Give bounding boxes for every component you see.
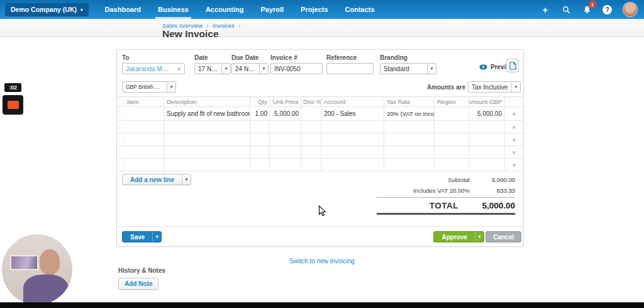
org-switcher[interactable]: Demo Company (UK) ▾	[5, 3, 89, 16]
nav-item-payroll[interactable]: Payroll	[260, 0, 284, 19]
nav-item-business[interactable]: Business	[158, 0, 189, 19]
header-account: Account	[321, 97, 384, 106]
cell-disc[interactable]	[301, 134, 321, 145]
cell-account[interactable]	[321, 159, 384, 171]
cell-qty[interactable]	[250, 134, 270, 145]
remove-row-icon[interactable]: ×	[505, 146, 523, 158]
cell-amount[interactable]	[469, 134, 505, 145]
amounts-are-select[interactable]: Tax Inclusive ▾	[468, 81, 521, 93]
cell-description[interactable]: Supply and fit of new bathroom	[164, 107, 250, 120]
drag-handle-icon[interactable]: ⋮⋮	[117, 121, 125, 133]
nav-item-contacts[interactable]: Contacts	[345, 0, 375, 19]
cell-amount[interactable]	[469, 146, 505, 158]
cell-account[interactable]	[321, 121, 384, 133]
cell-unit-price[interactable]: 5,000.00	[270, 107, 301, 120]
save-dropdown-icon[interactable]: ▾	[152, 232, 161, 242]
cell-tax-rate[interactable]	[384, 146, 435, 158]
nav-item-accounting[interactable]: Accounting	[206, 0, 244, 19]
remove-row-icon[interactable]: ×	[505, 107, 523, 120]
cell-region[interactable]	[435, 134, 469, 145]
approve-dropdown-icon[interactable]: ▾	[475, 232, 484, 242]
cell-qty[interactable]	[250, 146, 270, 158]
cell-region[interactable]	[435, 146, 469, 158]
date-dropdown-icon[interactable]: ▾	[221, 64, 230, 74]
currency-select[interactable]: GBP British Pound ▾	[122, 81, 176, 93]
amounts-are-dropdown-icon[interactable]: ▾	[511, 82, 520, 92]
cell-item[interactable]	[125, 134, 164, 145]
add-new-line-button[interactable]: Add a new line ▾	[122, 174, 191, 185]
cell-amount[interactable]	[469, 159, 505, 171]
due-date-input[interactable]: 24 Nov 2021 ▾	[231, 63, 269, 74]
drag-handle-icon[interactable]: ⋮⋮	[117, 134, 125, 145]
drag-handle-icon[interactable]: ⋮⋮	[117, 107, 125, 120]
currency-dropdown-icon[interactable]: ▾	[167, 82, 175, 92]
cell-disc[interactable]	[301, 107, 321, 120]
drag-handle-icon[interactable]: ⋮⋮	[117, 159, 125, 171]
cell-account[interactable]	[321, 134, 384, 145]
cell-unit-price[interactable]	[270, 159, 301, 171]
cell-item[interactable]	[125, 121, 164, 133]
copy-invoice-button[interactable]	[506, 59, 519, 72]
nav-item-projects[interactable]: Projects	[301, 0, 328, 19]
table-row: ⋮⋮ ×	[117, 121, 523, 134]
cell-account[interactable]: 200 - Sales	[321, 107, 384, 120]
cell-tax-rate[interactable]	[384, 134, 435, 145]
cell-amount[interactable]: 5,000.00	[469, 107, 505, 120]
add-note-button[interactable]: Add Note	[118, 278, 158, 290]
branding-select[interactable]: Standard ▾	[380, 63, 436, 74]
reference-input[interactable]	[326, 63, 374, 74]
eye-icon	[479, 64, 487, 70]
cell-qty[interactable]	[250, 121, 270, 133]
cell-unit-price[interactable]	[270, 146, 301, 158]
cell-disc[interactable]	[301, 121, 321, 133]
contact-input[interactable]: Jakaranda Maple ... ×	[122, 63, 185, 74]
header-disc: Disc %	[301, 97, 321, 106]
notifications-button[interactable]: 1	[582, 4, 592, 14]
drag-handle-icon[interactable]: ⋮⋮	[117, 146, 125, 158]
due-date-dropdown-icon[interactable]: ▾	[259, 64, 268, 74]
cell-tax-rate[interactable]	[384, 121, 435, 133]
search-button[interactable]	[561, 4, 571, 14]
date-input[interactable]: 17 Nov 2021 ▾	[194, 63, 231, 74]
cell-region[interactable]	[435, 121, 469, 133]
nav-item-dashboard[interactable]: Dashboard	[105, 0, 141, 19]
cell-item[interactable]	[125, 146, 164, 158]
save-button[interactable]: Save ▾	[122, 231, 162, 242]
cell-region[interactable]	[435, 159, 469, 171]
table-header-row: Item Description Qty Unit Price Disc % A…	[117, 97, 523, 107]
add-line-dropdown-icon[interactable]: ▾	[182, 174, 191, 185]
cell-description[interactable]	[164, 159, 250, 171]
cell-tax-rate[interactable]: 20% (VAT on Income)	[384, 107, 435, 120]
cell-description[interactable]	[164, 134, 250, 145]
cell-qty[interactable]	[250, 159, 270, 171]
cell-description[interactable]	[164, 146, 250, 158]
cell-account[interactable]	[321, 146, 384, 158]
help-button[interactable]: ?	[602, 5, 612, 14]
cell-tax-rate[interactable]	[384, 159, 435, 171]
approve-button[interactable]: Approve ▾	[433, 231, 484, 242]
cell-region[interactable]	[435, 107, 469, 120]
remove-row-icon[interactable]: ×	[505, 121, 523, 133]
cell-unit-price[interactable]	[270, 134, 301, 145]
cell-item[interactable]	[125, 107, 164, 120]
cell-item[interactable]	[125, 159, 164, 171]
branding-dropdown-icon[interactable]: ▾	[427, 64, 436, 74]
cell-amount[interactable]	[469, 121, 505, 133]
clear-contact-icon[interactable]: ×	[174, 65, 184, 72]
remove-row-icon[interactable]: ×	[505, 134, 523, 145]
switch-to-new-invoicing-link[interactable]: Switch to new invoicing	[289, 258, 354, 265]
cell-description[interactable]	[164, 121, 250, 133]
branding-field-group: Branding Standard ▾	[380, 54, 436, 74]
stop-recording-button[interactable]	[3, 95, 23, 115]
branding-label: Branding	[380, 54, 436, 61]
remove-row-icon[interactable]: ×	[505, 159, 523, 171]
header-amount: Amount GBP	[469, 97, 505, 106]
add-new-button[interactable]: +	[540, 4, 550, 14]
cell-disc[interactable]	[301, 159, 321, 171]
cancel-button[interactable]: Cancel	[486, 231, 521, 242]
cell-qty[interactable]: 1.00	[250, 107, 270, 120]
cell-disc[interactable]	[301, 146, 321, 158]
cell-unit-price[interactable]	[270, 121, 301, 133]
user-avatar[interactable]	[623, 2, 638, 17]
invoice-number-input[interactable]: INV-0050	[270, 63, 323, 74]
